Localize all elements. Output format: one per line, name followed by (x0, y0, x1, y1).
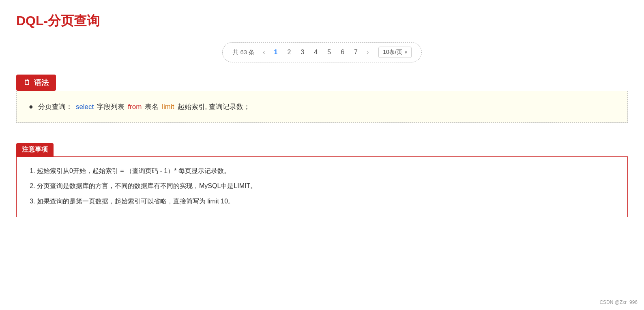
syntax-section: 🗒 语法 ● 分页查询： select 字段列表 from 表名 limit 起… (16, 75, 628, 123)
pagination-page-5[interactable]: 5 (324, 48, 334, 57)
keyword-from: from (128, 101, 142, 113)
keyword-select: select (76, 101, 94, 113)
syntax-text3: 起始索引, 查询记录数； (178, 101, 250, 113)
note-section: 注意事项 起始索引从0开始，起始索引 = （查询页码 - 1）* 每页显示记录数… (16, 143, 628, 218)
per-page-chevron-icon: ▾ (405, 49, 407, 55)
note-header-label: 注意事项 (22, 145, 48, 154)
list-item: 如果查询的是第一页数据，起始索引可以省略，直接简写为 limit 10。 (37, 195, 615, 208)
pagination-next-button[interactable]: › (364, 48, 371, 57)
keyword-limit: limit (162, 101, 174, 113)
note-header: 注意事项 (16, 143, 54, 156)
per-page-selector[interactable]: 10条/页 ▾ (378, 47, 411, 58)
bullet-icon: ● (29, 100, 33, 113)
pagination-page-2[interactable]: 2 (284, 48, 294, 57)
note-body: 起始索引从0开始，起始索引 = （查询页码 - 1）* 每页显示记录数。 分页查… (16, 156, 628, 218)
pagination-prev-button[interactable]: ‹ (260, 48, 267, 57)
list-item: 分页查询是数据库的方言，不同的数据库有不同的实现，MySQL中是LIMIT。 (37, 179, 615, 193)
pagination-page-4[interactable]: 4 (311, 48, 321, 57)
watermark: CSDN @Zxr_996 (599, 299, 638, 305)
note-item-3: 如果查询的是第一页数据，起始索引可以省略，直接简写为 limit 10。 (37, 198, 234, 205)
pagination-page-7[interactable]: 7 (351, 48, 361, 57)
syntax-header-label: 语法 (34, 78, 49, 88)
syntax-item: ● 分页查询： select 字段列表 from 表名 limit 起始索引, … (29, 100, 615, 113)
document-icon: 🗒 (24, 79, 31, 87)
list-item: 起始索引从0开始，起始索引 = （查询页码 - 1）* 每页显示记录数。 (37, 164, 615, 178)
note-list: 起始索引从0开始，起始索引 = （查询页码 - 1）* 每页显示记录数。 分页查… (29, 164, 615, 208)
per-page-label: 10条/页 (383, 49, 402, 56)
pagination-page-1[interactable]: 1 (271, 48, 281, 57)
syntax-body: ● 分页查询： select 字段列表 from 表名 limit 起始索引, … (16, 91, 628, 123)
syntax-header: 🗒 语法 (16, 75, 56, 91)
syntax-text1: 字段列表 (97, 101, 125, 113)
pagination-box: 共 63 条 ‹ 1 2 3 4 5 6 7 › 10条/页 ▾ (222, 42, 422, 62)
syntax-text2: 表名 (145, 101, 159, 113)
note-item-1: 起始索引从0开始，起始索引 = （查询页码 - 1）* 每页显示记录数。 (37, 167, 230, 174)
pagination-page-3[interactable]: 3 (297, 48, 307, 57)
note-item-2: 分页查询是数据库的方言，不同的数据库有不同的实现，MySQL中是LIMIT。 (37, 182, 257, 189)
page-title: DQL-分页查询 (16, 12, 628, 30)
syntax-prefix: 分页查询： (38, 101, 73, 113)
pagination-container: 共 63 条 ‹ 1 2 3 4 5 6 7 › 10条/页 ▾ (16, 42, 628, 62)
pagination-total: 共 63 条 (232, 49, 255, 56)
pagination-page-6[interactable]: 6 (337, 48, 348, 57)
